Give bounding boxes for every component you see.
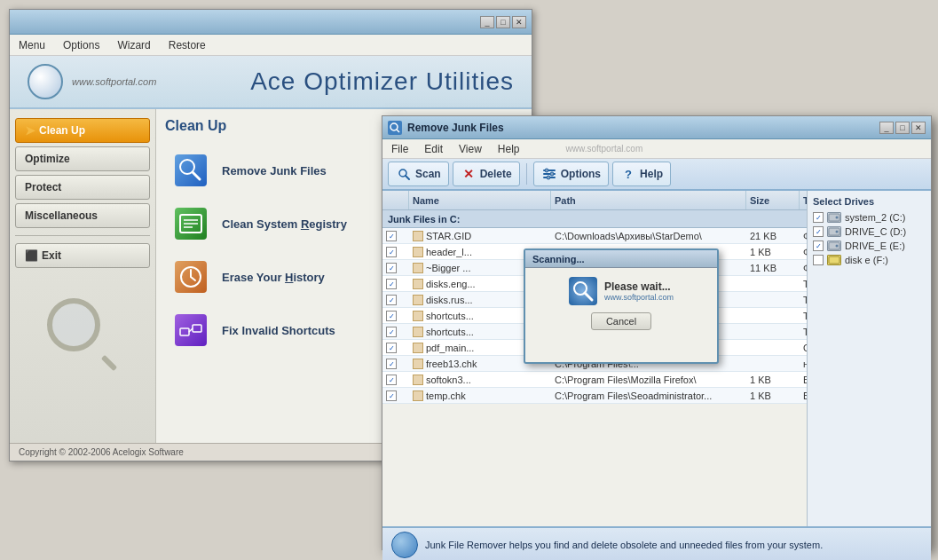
drive-label-d: DRIVE_C (D:) (845, 226, 906, 237)
row-check[interactable]: ✓ (382, 310, 409, 322)
row-type: Восстановлен... (800, 375, 807, 385)
drive-check-d[interactable]: ✓ (813, 226, 824, 237)
history-icon (174, 260, 208, 294)
row-check[interactable]: ✓ (382, 342, 409, 354)
options-button[interactable]: Options (533, 162, 609, 186)
scan-icon (396, 166, 412, 182)
menu-item-options[interactable]: Options (58, 37, 105, 53)
sidebar-item-misc[interactable]: Miscellaneous (15, 203, 150, 228)
drive-check-e[interactable]: ✓ (813, 241, 824, 251)
row-path: C:\Program Files\Seoadministrator... (551, 390, 746, 401)
svg-point-25 (836, 245, 839, 248)
junk-titlebar-left: Remove Junk Files (388, 121, 504, 135)
junk-icon (174, 154, 208, 187)
row-check[interactable]: ✓ (382, 326, 409, 338)
row-type: Файл "8BX" (800, 263, 807, 273)
junk-menu-file[interactable]: File (386, 141, 414, 157)
drive-check-c[interactable]: ✓ (813, 212, 824, 223)
scan-button[interactable]: Scan (388, 162, 449, 186)
magnifier-icon (47, 298, 118, 369)
delete-icon: ✕ (461, 166, 477, 182)
close-button[interactable]: ✕ (512, 16, 526, 28)
sidebar-label-optimize: Optimize (25, 153, 70, 165)
row-type: OLD" (800, 343, 807, 353)
sidebar-label-exit: Exit (42, 249, 61, 262)
row-check[interactable]: ✓ (382, 230, 409, 242)
row-path: C:\Program Files\Mozilla Firefox\ (551, 375, 746, 385)
sidebar-item-exit[interactable]: ⬛ Exit (15, 243, 150, 268)
junk-menubar: File Edit View Help www.softportal.com (382, 139, 931, 159)
svg-rect-8 (193, 325, 201, 332)
menu-item-wizard[interactable]: Wizard (112, 37, 155, 53)
junk-dialog-title: Remove Junk Files (407, 122, 504, 134)
drive-icon-f (827, 255, 841, 265)
junk-icon-shape (175, 154, 207, 186)
row-type: Файл "GID" (800, 231, 807, 241)
cancel-button[interactable]: Cancel (591, 312, 651, 330)
junk-menu-edit[interactable]: Edit (419, 141, 448, 157)
junk-minimize-button[interactable]: _ (879, 122, 894, 134)
file-icon (413, 359, 423, 369)
junk-close-button[interactable]: ✕ (911, 122, 926, 134)
help-button[interactable]: ? Help (612, 162, 671, 186)
row-type: новлен... (800, 359, 807, 369)
portal-watermark: www.softportal.com (566, 144, 643, 154)
row-check[interactable]: ✓ (382, 390, 409, 402)
col-type: Type (800, 191, 807, 209)
registry-label: Clean System Registry (222, 217, 347, 231)
menu-item-menu[interactable]: Menu (13, 37, 51, 53)
row-check[interactable]: ✓ (382, 294, 409, 306)
drive-icon-e (827, 241, 841, 251)
footer-icon (391, 532, 418, 558)
sidebar-item-optimize[interactable]: Optimize (15, 146, 150, 171)
scanning-dialog: Scanning... Please wait... www.softporta… (524, 248, 719, 364)
row-type: Восстановлен... (800, 390, 807, 401)
drive-icon-d (827, 226, 841, 237)
file-icon (413, 295, 423, 305)
table-row[interactable]: ✓ STAR.GID C:\Downloads\Архивы\StarDemo\… (382, 228, 807, 244)
junk-menu-help[interactable]: Help (493, 141, 525, 157)
svg-line-1 (193, 172, 200, 179)
junk-titlebar: Remove Junk Files _ □ ✕ (382, 116, 931, 139)
drive-icon-c (827, 212, 841, 223)
toolbar-separator (526, 163, 527, 185)
maximize-button[interactable]: □ (496, 16, 510, 28)
svg-point-17 (545, 169, 548, 172)
table-row[interactable]: ✓ softokn3... C:\Program Files\Mozilla F… (382, 372, 807, 388)
sidebar-item-protect[interactable]: Protect (15, 175, 150, 200)
row-check[interactable]: ✓ (382, 278, 409, 290)
shortcuts-label: Fix Invalid Shortcuts (222, 324, 335, 337)
delete-button[interactable]: ✕ Delete (453, 162, 520, 186)
scanning-body: Please wait... www.softportal.com Cancel (525, 268, 717, 339)
main-menubar: Menu Options Wizard Restore (10, 35, 532, 56)
svg-point-21 (836, 217, 839, 219)
junk-maximize-button[interactable]: □ (895, 122, 910, 134)
main-header: www.softportal.com Ace Optimizer Utiliti… (10, 56, 532, 109)
row-check[interactable]: ✓ (382, 262, 409, 274)
table-row[interactable]: ✓ temp.chk C:\Program Files\Seoadministr… (382, 388, 807, 404)
row-path: C:\Downloads\Архивы\StarDemo\ (551, 231, 746, 241)
row-type: TEMP" (800, 311, 807, 321)
col-size: Size (746, 191, 800, 209)
row-check[interactable]: ✓ (382, 246, 409, 258)
scan-label: Scan (415, 168, 441, 180)
minimize-button[interactable]: _ (480, 16, 494, 28)
menu-item-restore[interactable]: Restore (163, 37, 211, 53)
titlebar-buttons: _ □ ✕ (480, 16, 526, 28)
drive-item-c: ✓ system_2 (C:) (813, 212, 926, 223)
row-check[interactable]: ✓ (382, 358, 409, 370)
row-check[interactable]: ✓ (382, 374, 409, 386)
drive-label-f: disk e (F:) (845, 255, 888, 265)
arrow-icon: ➤ (25, 123, 35, 138)
row-size: 1 KB (746, 375, 800, 385)
row-size: 21 KB (746, 231, 800, 241)
junk-menu-view[interactable]: View (453, 141, 487, 157)
drive-check-f[interactable] (813, 255, 824, 265)
drive-item-e: ✓ DRIVE_E (E:) (813, 241, 926, 251)
file-icon (413, 375, 423, 385)
sidebar-item-cleanup[interactable]: ➤ Clean Up (15, 118, 150, 143)
svg-point-18 (550, 172, 554, 176)
junk-toolbar: Scan ✕ Delete Options ? Help (382, 159, 931, 191)
svg-line-11 (397, 130, 399, 132)
drive-item-d: ✓ DRIVE_C (D:) (813, 226, 926, 237)
